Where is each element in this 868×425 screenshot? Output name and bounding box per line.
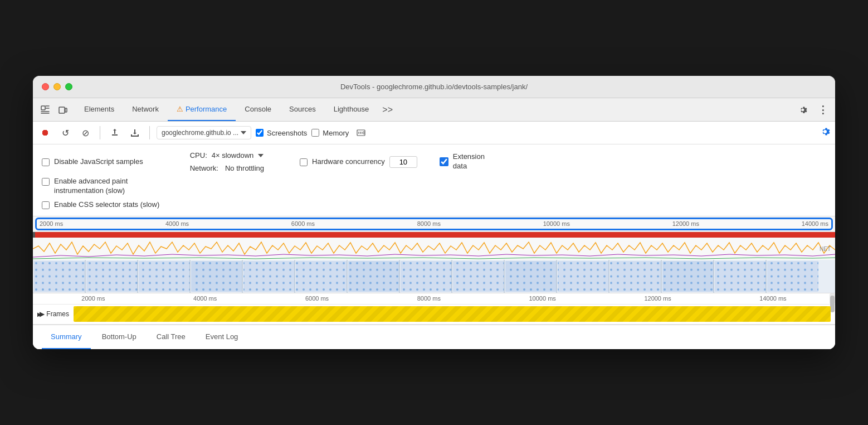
memory-profiler-icon[interactable] (353, 125, 369, 141)
cpu-select[interactable]: 4× slowdown (212, 151, 264, 160)
inspect-icon[interactable] (37, 102, 53, 118)
more-options-icon[interactable]: ⋮ (815, 102, 831, 118)
advanced-paint-checkbox-group[interactable]: Enable advanced paintinstrumentation (sl… (42, 177, 128, 196)
frames-track (74, 306, 831, 322)
bottom-tabs: Summary Bottom-Up Call Tree Event Log (33, 325, 835, 349)
device-toolbar-icon[interactable] (55, 102, 71, 118)
memory-label[interactable]: Memory (323, 129, 349, 137)
tab-bar-right: ⋮ (795, 102, 831, 118)
devtools-body: Elements Network ⚠ Performance Console S… (33, 98, 835, 349)
svg-rect-21 (296, 261, 347, 292)
extension-data-checkbox[interactable] (440, 157, 448, 166)
cpu-label: CPU: (190, 151, 207, 160)
screenshots-checkbox[interactable] (256, 129, 264, 137)
tab-event-log[interactable]: Event Log (197, 325, 247, 349)
tab-bar: Elements Network ⚠ Performance Console S… (33, 98, 835, 122)
frames-label[interactable]: ▶ ▶ Frames (37, 310, 69, 318)
svg-rect-39 (767, 261, 818, 292)
tab-console[interactable]: Console (236, 98, 280, 121)
css-selector-label[interactable]: Enable CSS selector stats (slow) (54, 200, 159, 209)
tab-performance[interactable]: ⚠ Performance (168, 98, 236, 121)
disable-js-checkbox[interactable] (42, 158, 50, 166)
timeline-ruler2: 2000 ms 4000 ms 6000 ms 8000 ms 10000 ms… (33, 293, 835, 305)
hw-concurrency-input[interactable] (389, 156, 417, 168)
timeline-main: 2000 ms 4000 ms 6000 ms 8000 ms 10000 ms… (33, 293, 835, 325)
css-selector-checkbox[interactable] (42, 201, 50, 209)
svg-rect-11 (34, 261, 85, 292)
frames-pattern (74, 306, 831, 322)
waveform-strip: NET (33, 238, 835, 260)
memory-checkbox-group: Memory (311, 129, 349, 137)
net-label: NET (820, 245, 831, 252)
maximize-button[interactable] (65, 83, 72, 90)
svg-rect-17 (191, 261, 242, 292)
tab-lighthouse[interactable]: Lighthouse (325, 98, 378, 121)
hw-concurrency-checkbox[interactable] (300, 158, 308, 166)
timeline-ruler-labels: 2000 ms 4000 ms 6000 ms 8000 ms 10000 ms… (37, 220, 831, 227)
svg-rect-25 (401, 261, 452, 292)
minimize-button[interactable] (53, 83, 61, 90)
screenshots-strip (33, 260, 835, 293)
network-value: No throttling (225, 164, 264, 172)
memory-checkbox[interactable] (311, 129, 319, 137)
window-title: DevTools - googlechrome.github.io/devtoo… (340, 83, 528, 91)
clear-button[interactable]: ⊘ (77, 125, 93, 141)
toolbar-separator-1 (100, 126, 100, 139)
advanced-paint-label[interactable]: Enable advanced paintinstrumentation (sl… (54, 177, 128, 196)
svg-rect-13 (86, 261, 138, 292)
tab-summary[interactable]: Summary (42, 325, 91, 349)
tab-call-tree[interactable]: Call Tree (148, 325, 194, 349)
hw-concurrency-label[interactable]: Hardware concurrency (312, 157, 385, 166)
hw-concurrency-checkbox-group[interactable]: Hardware concurrency (300, 157, 385, 166)
svg-rect-1 (59, 107, 65, 113)
svg-rect-29 (505, 261, 557, 292)
network-label: Network: (190, 164, 218, 172)
tab-sources[interactable]: Sources (280, 98, 325, 121)
svg-rect-27 (453, 261, 504, 292)
settings-gear-icon[interactable] (795, 102, 811, 118)
css-selector-checkbox-group[interactable]: Enable CSS selector stats (slow) (42, 200, 159, 209)
upload-button[interactable] (107, 125, 123, 141)
warning-icon: ⚠ (177, 105, 183, 113)
download-button[interactable] (127, 125, 143, 141)
screenshots-label[interactable]: Screenshots (267, 129, 307, 137)
performance-settings-icon[interactable] (820, 126, 831, 140)
url-selector[interactable]: googlechrome.github.io ... (157, 126, 251, 139)
performance-toolbar: ⏺ ↺ ⊘ googlechrome.github.io ... (33, 122, 835, 144)
waveform-svg (33, 238, 835, 260)
settings-row-2: Enable advanced paintinstrumentation (sl… (42, 177, 826, 196)
svg-rect-2 (65, 108, 67, 112)
extension-data-label[interactable]: Extensiondata (453, 152, 485, 171)
screenshots-checkbox-group: Screenshots (256, 129, 307, 137)
title-bar: DevTools - googlechrome.github.io/devtoo… (33, 76, 835, 98)
svg-rect-19 (243, 261, 295, 292)
disable-js-label[interactable]: Disable JavaScript samples (54, 157, 143, 166)
close-button[interactable] (42, 83, 49, 90)
network-throttle-field: Network: No throttling (190, 164, 264, 172)
screenshots-svg (33, 260, 835, 293)
svg-rect-15 (139, 261, 190, 292)
svg-rect-35 (662, 261, 714, 292)
devtools-window: DevTools - googlechrome.github.io/devtoo… (33, 76, 835, 349)
tab-bottom-up[interactable]: Bottom-Up (93, 325, 145, 349)
reload-button[interactable]: ↺ (57, 125, 73, 141)
record-button[interactable]: ⏺ (37, 125, 53, 141)
timeline-overview: 2000 ms 4000 ms 6000 ms 8000 ms 10000 ms… (33, 216, 835, 293)
tabs-container: Elements Network ⚠ Performance Console S… (75, 98, 795, 121)
tab-bar-icons (37, 102, 71, 118)
toolbar-separator-2 (149, 126, 150, 139)
cpu-throttle-field: CPU: 4× slowdown (190, 151, 264, 160)
svg-rect-0 (41, 106, 45, 110)
disable-js-checkbox-group[interactable]: Disable JavaScript samples (42, 157, 143, 166)
settings-row-1: Disable JavaScript samples CPU: 4× slowd… (42, 151, 826, 172)
settings-panel: Disable JavaScript samples CPU: 4× slowd… (33, 144, 835, 216)
traffic-lights (42, 83, 72, 90)
tab-network[interactable]: Network (123, 98, 168, 121)
more-tabs-button[interactable]: >> (378, 105, 397, 115)
advanced-paint-checkbox[interactable] (42, 178, 50, 186)
svg-rect-23 (348, 261, 399, 292)
ruler2-labels: 2000 ms 4000 ms 6000 ms 8000 ms 10000 ms… (37, 295, 831, 302)
tab-elements[interactable]: Elements (75, 98, 123, 121)
settings-row-3: Enable CSS selector stats (slow) (42, 200, 826, 209)
frames-row: ▶ ▶ Frames (33, 305, 835, 325)
